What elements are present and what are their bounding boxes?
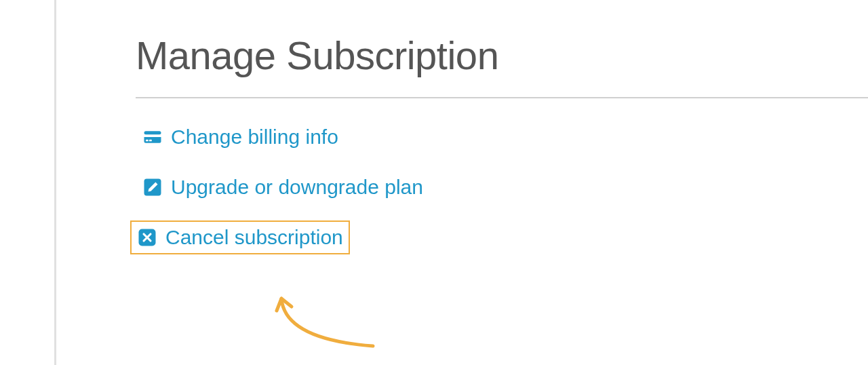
action-label: Change billing info	[171, 126, 338, 149]
action-label: Upgrade or downgrade plan	[171, 176, 423, 199]
action-label: Cancel subscription	[165, 226, 343, 249]
edit-icon	[142, 177, 163, 197]
credit-card-icon	[142, 127, 163, 147]
action-list: Change billing info Upgrade or downgrade…	[136, 120, 868, 254]
left-edge-divider	[54, 0, 56, 365]
cancel-subscription-link[interactable]: Cancel subscription	[130, 220, 350, 254]
annotation-arrow-icon	[271, 292, 393, 365]
svg-rect-0	[144, 131, 161, 134]
svg-rect-1	[146, 140, 149, 142]
page-title: Manage Subscription	[136, 33, 868, 78]
upgrade-downgrade-plan-link[interactable]: Upgrade or downgrade plan	[136, 170, 430, 204]
title-divider	[136, 97, 868, 98]
manage-subscription-panel: Manage Subscription Change billing info	[0, 0, 868, 254]
change-billing-info-link[interactable]: Change billing info	[136, 120, 345, 154]
svg-rect-2	[149, 140, 152, 142]
x-box-icon	[137, 227, 157, 248]
